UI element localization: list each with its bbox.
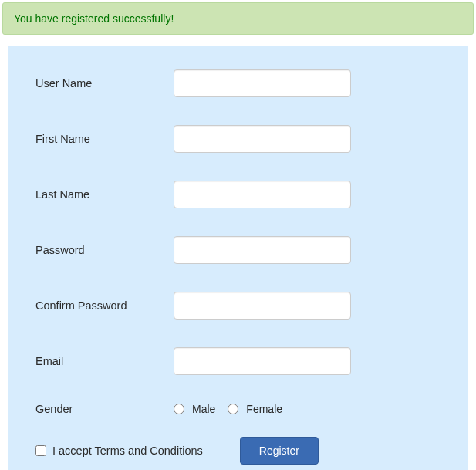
form-row-email: Email [31, 347, 445, 375]
label-firstname: First Name [31, 133, 174, 145]
form-row-lastname: Last Name [31, 181, 445, 208]
terms-wrap: I accept Terms and Conditions [35, 445, 203, 457]
checkbox-terms[interactable] [35, 445, 46, 456]
success-alert-text: You have registered successfully! [14, 12, 174, 25]
label-male: Male [192, 403, 215, 415]
form-row-confirm-password: Confirm Password [31, 292, 445, 320]
form-row-firstname: First Name [31, 125, 445, 153]
input-username[interactable] [174, 69, 351, 97]
input-confirm-password[interactable] [174, 292, 351, 320]
form-row-username: User Name [31, 69, 445, 97]
form-row-gender: Gender Male Female [31, 403, 445, 415]
label-lastname: Last Name [31, 188, 174, 201]
form-bottom-row: I accept Terms and Conditions Register [31, 437, 445, 465]
label-password: Password [31, 244, 174, 256]
label-female: Female [246, 403, 282, 415]
success-alert: You have registered successfully! [2, 2, 474, 35]
label-username: User Name [31, 77, 174, 90]
form-row-password: Password [31, 236, 445, 264]
label-gender: Gender [31, 403, 174, 415]
label-terms: I accept Terms and Conditions [52, 445, 203, 457]
registration-form: User Name First Name Last Name Password … [8, 46, 468, 470]
input-password[interactable] [174, 236, 351, 264]
label-email: Email [31, 355, 174, 367]
input-email[interactable] [174, 347, 351, 375]
radio-male[interactable] [174, 404, 184, 414]
radio-female[interactable] [228, 404, 238, 414]
gender-options: Male Female [174, 403, 290, 415]
input-firstname[interactable] [174, 125, 351, 153]
label-confirm-password: Confirm Password [31, 299, 174, 312]
input-lastname[interactable] [174, 181, 351, 208]
register-button[interactable]: Register [240, 437, 319, 465]
